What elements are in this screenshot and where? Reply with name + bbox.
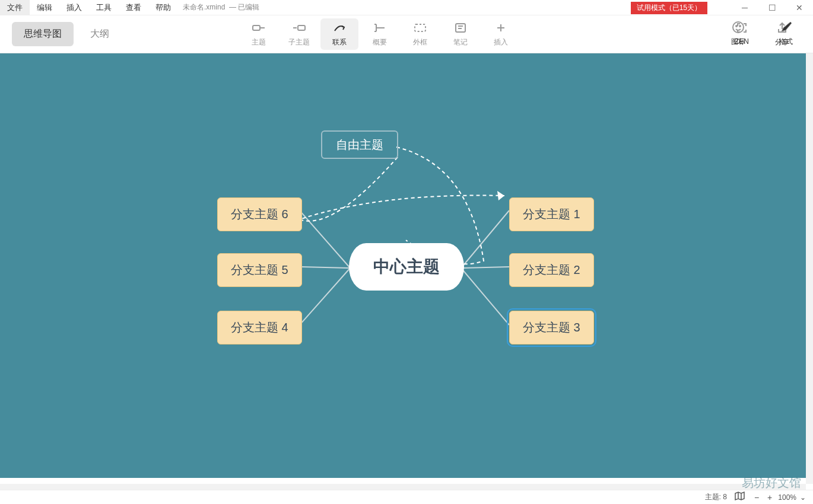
svg-rect-0	[253, 25, 260, 30]
note-icon	[453, 21, 468, 35]
tool-format[interactable]: 格式	[767, 18, 805, 49]
menu-tools[interactable]: 工具	[89, 0, 119, 15]
tool-note-label: 笔记	[453, 37, 468, 47]
tab-mindmap[interactable]: 思维导图	[12, 22, 74, 46]
maximize-button[interactable]: ☐	[758, 0, 786, 15]
insert-icon	[494, 21, 508, 35]
menubar: 文件 编辑 插入 工具 查看 帮助	[0, 0, 178, 15]
boundary-icon	[413, 21, 427, 35]
branch-topic-1[interactable]: 分支主题 1	[509, 197, 594, 231]
tool-group-main: 主题 子主题 联系 概要 外框 笔记 插入	[240, 18, 520, 50]
toolbar: 思维导图 大纲 主题 子主题 联系 概要 外框 笔记 插入	[0, 15, 813, 53]
zoom-out-button[interactable]: −	[752, 493, 761, 502]
tool-relation-label: 联系	[332, 37, 347, 47]
statusbar: 主题: 8 − + 100% ⌄	[0, 490, 813, 504]
branch-topic-3[interactable]: 分支主题 3	[509, 311, 594, 344]
smile-icon	[731, 20, 745, 34]
scrollbar-horizontal[interactable]	[0, 484, 806, 490]
window-controls: ─ ☐ ✕	[731, 0, 813, 15]
document-title: 未命名.xmind — 已编辑	[178, 2, 259, 12]
menu-file[interactable]: 文件	[0, 0, 30, 15]
canvas-area[interactable]: 自由主题 中心主题 分支主题 1 分支主题 2 分支主题 3 分支主题 4 分支…	[0, 53, 806, 484]
branch-topic-6[interactable]: 分支主题 6	[217, 197, 302, 231]
menu-insert[interactable]: 插入	[59, 0, 89, 15]
scrollbar-vertical[interactable]	[806, 53, 813, 484]
svg-marker-7	[497, 191, 504, 200]
menu-edit[interactable]: 编辑	[30, 0, 59, 15]
tool-icons-label: 图标	[731, 37, 745, 47]
view-tabs: 思维导图 大纲	[12, 22, 121, 46]
svg-rect-2	[415, 24, 425, 31]
tool-format-label: 格式	[779, 37, 793, 47]
tool-relation[interactable]: 联系	[320, 18, 358, 50]
tool-subtopic-label: 子主题	[288, 37, 310, 47]
zoom-in-button[interactable]: +	[765, 493, 774, 502]
tool-insert[interactable]: 插入	[482, 18, 520, 50]
trial-badge[interactable]: 试用模式（已15天）	[631, 2, 707, 14]
close-button[interactable]: ✕	[786, 0, 813, 15]
tool-summary[interactable]: 概要	[361, 18, 399, 50]
tool-summary-label: 概要	[373, 37, 387, 47]
branch-topic-2[interactable]: 分支主题 2	[509, 253, 594, 287]
tool-boundary-label: 外框	[413, 37, 427, 47]
tool-note[interactable]: 笔记	[442, 18, 479, 50]
topic-icon	[252, 21, 266, 35]
central-topic[interactable]: 中心主题	[349, 243, 464, 291]
svg-point-5	[736, 25, 737, 27]
tool-topic-label: 主题	[252, 37, 266, 47]
right-tools: 图标 格式	[719, 18, 805, 49]
branch-topic-5[interactable]: 分支主题 5	[217, 253, 302, 287]
titlebar: 文件 编辑 插入 工具 查看 帮助 未命名.xmind — 已编辑 试用模式（已…	[0, 0, 813, 15]
tab-outline[interactable]: 大纲	[78, 22, 121, 46]
svg-rect-1	[298, 25, 305, 30]
subtopic-icon	[292, 21, 306, 35]
svg-point-6	[739, 25, 741, 27]
floating-topic[interactable]: 自由主题	[321, 130, 398, 159]
map-icon[interactable]	[734, 492, 745, 503]
menu-help[interactable]: 帮助	[148, 0, 178, 15]
zoom-controls: − + 100% ⌄	[752, 493, 806, 502]
topic-count: 主题: 8	[705, 492, 727, 502]
svg-point-4	[733, 22, 744, 33]
summary-icon	[373, 21, 387, 35]
tool-subtopic[interactable]: 子主题	[280, 18, 318, 50]
tool-insert-label: 插入	[494, 37, 508, 47]
tool-topic[interactable]: 主题	[240, 18, 278, 50]
chevron-down-icon[interactable]: ⌄	[800, 493, 806, 502]
tool-boundary[interactable]: 外框	[401, 18, 439, 50]
tool-icons[interactable]: 图标	[719, 18, 757, 49]
menu-view[interactable]: 查看	[119, 0, 148, 15]
minimize-button[interactable]: ─	[731, 0, 758, 15]
relation-icon	[332, 21, 347, 35]
branch-topic-4[interactable]: 分支主题 4	[217, 311, 302, 344]
zoom-level: 100%	[778, 493, 796, 502]
brush-icon	[779, 20, 793, 34]
